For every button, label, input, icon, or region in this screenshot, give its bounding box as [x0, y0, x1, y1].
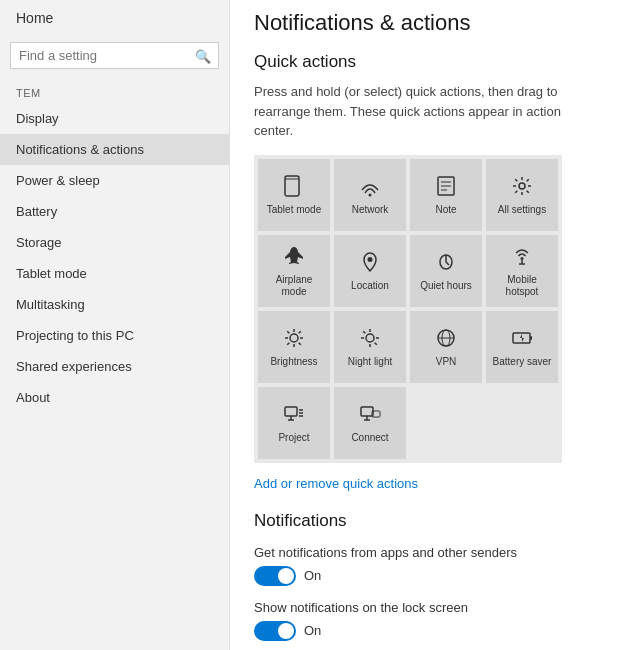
network-icon [359, 175, 381, 200]
qa-quiet-hours-label: Quiet hours [420, 280, 472, 292]
qa-tablet-mode[interactable]: Tablet mode [258, 159, 330, 231]
toggle-label-0: On [304, 568, 321, 583]
connect-icon [359, 403, 381, 428]
toggle-thumb-1 [278, 623, 294, 639]
qa-vpn[interactable]: VPN [410, 311, 482, 383]
qa-network-label: Network [352, 204, 389, 216]
quick-actions-title: Quick actions [254, 52, 601, 72]
sidebar-item-display[interactable]: Display [0, 103, 229, 134]
toggle-1[interactable] [254, 621, 296, 641]
sidebar-home[interactable]: Home [0, 0, 229, 36]
svg-rect-33 [285, 407, 297, 416]
svg-point-12 [290, 334, 298, 342]
svg-line-18 [299, 343, 301, 345]
qa-airplane-mode[interactable]: Airplane mode [258, 235, 330, 307]
svg-line-27 [375, 343, 377, 345]
sidebar-item-tablet-mode[interactable]: Tablet mode [0, 258, 229, 289]
tablet-mode-icon [283, 175, 305, 200]
battery-saver-icon [511, 327, 533, 352]
svg-point-21 [366, 334, 374, 342]
note-icon [435, 175, 457, 200]
qa-airplane-label: Airplane mode [262, 274, 326, 298]
svg-point-2 [369, 194, 372, 197]
all-settings-icon [511, 175, 533, 200]
qa-project-label: Project [278, 432, 309, 444]
page-title: Notifications & actions [254, 10, 601, 36]
airplane-mode-icon [283, 245, 305, 270]
svg-line-20 [287, 343, 289, 345]
notif-item-1: Show notifications on the lock screen On [254, 600, 601, 641]
qa-connect-label: Connect [351, 432, 388, 444]
qa-battery-saver[interactable]: Battery saver [486, 311, 558, 383]
qa-connect[interactable]: Connect [334, 387, 406, 459]
qa-night-light-label: Night light [348, 356, 392, 368]
qa-all-settings[interactable]: All settings [486, 159, 558, 231]
sidebar-item-power[interactable]: Power & sleep [0, 165, 229, 196]
notif-item-0: Get notifications from apps and other se… [254, 545, 601, 586]
svg-point-8 [368, 257, 373, 262]
qa-note-label: Note [435, 204, 456, 216]
vpn-icon [435, 327, 457, 352]
notif-label-1: Show notifications on the lock screen [254, 600, 601, 615]
qa-note[interactable]: Note [410, 159, 482, 231]
sidebar-item-about[interactable]: About [0, 382, 229, 413]
qa-location-label: Location [351, 280, 389, 292]
svg-rect-32 [530, 336, 532, 340]
toggle-row-0: On [254, 566, 601, 586]
location-icon [359, 251, 381, 276]
add-remove-link[interactable]: Add or remove quick actions [254, 476, 418, 491]
svg-point-7 [519, 183, 525, 189]
sidebar-section-label: tem [0, 79, 229, 103]
search-input[interactable] [10, 42, 219, 69]
sidebar-item-shared[interactable]: Shared experiences [0, 351, 229, 382]
qa-brightness-label: Brightness [270, 356, 317, 368]
sidebar-item-projecting[interactable]: Projecting to this PC [0, 320, 229, 351]
quiet-hours-icon [435, 251, 457, 276]
svg-rect-39 [361, 407, 373, 416]
qa-mobile-hotspot-label: Mobile hotspot [490, 274, 554, 298]
qa-night-light[interactable]: Night light [334, 311, 406, 383]
qa-all-settings-label: All settings [498, 204, 546, 216]
sidebar-item-battery[interactable]: Battery [0, 196, 229, 227]
svg-line-19 [299, 331, 301, 333]
sidebar: Home 🔍 tem Display Notifications & actio… [0, 0, 230, 650]
qa-location[interactable]: Location [334, 235, 406, 307]
qa-network[interactable]: Network [334, 159, 406, 231]
brightness-icon [283, 327, 305, 352]
svg-line-26 [363, 331, 365, 333]
qa-project[interactable]: Project [258, 387, 330, 459]
search-icon: 🔍 [195, 48, 211, 63]
svg-line-17 [287, 331, 289, 333]
qa-battery-saver-label: Battery saver [493, 356, 552, 368]
quick-actions-grid: Tablet mode Network Note [254, 155, 562, 463]
qa-brightness[interactable]: Brightness [258, 311, 330, 383]
night-light-icon [359, 327, 381, 352]
sidebar-item-notifications[interactable]: Notifications & actions [0, 134, 229, 165]
qa-quiet-hours[interactable]: Quiet hours [410, 235, 482, 307]
notif-label-0: Get notifications from apps and other se… [254, 545, 601, 560]
svg-point-9 [521, 257, 524, 260]
quick-actions-description: Press and hold (or select) quick actions… [254, 82, 601, 141]
project-icon [283, 403, 305, 428]
toggle-0[interactable] [254, 566, 296, 586]
qa-mobile-hotspot[interactable]: Mobile hotspot [486, 235, 558, 307]
qa-tablet-mode-label: Tablet mode [267, 204, 321, 216]
mobile-hotspot-icon [511, 245, 533, 270]
toggle-thumb-0 [278, 568, 294, 584]
qa-vpn-label: VPN [436, 356, 457, 368]
sidebar-search-container: 🔍 [10, 42, 219, 69]
toggle-label-1: On [304, 623, 321, 638]
sidebar-item-multitasking[interactable]: Multitasking [0, 289, 229, 320]
notifications-title: Notifications [254, 511, 601, 531]
sidebar-item-storage[interactable]: Storage [0, 227, 229, 258]
main-content: Notifications & actions Quick actions Pr… [230, 0, 625, 650]
toggle-row-1: On [254, 621, 601, 641]
